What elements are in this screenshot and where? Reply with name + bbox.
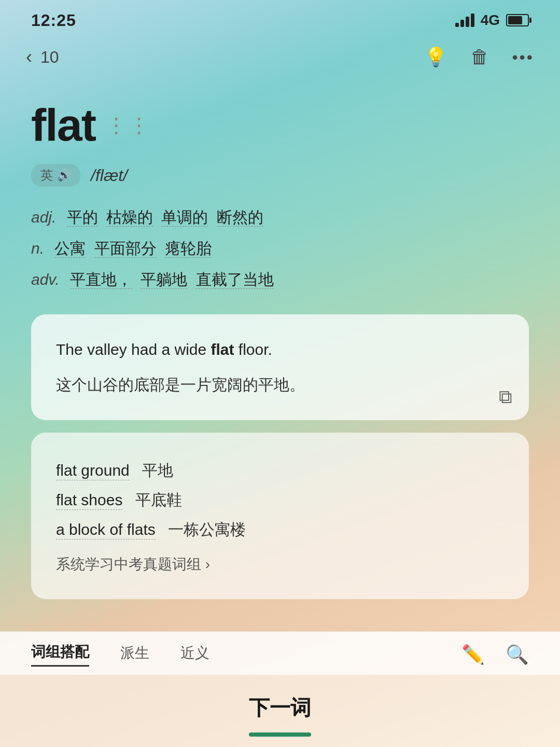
colloc-item-1: flat ground 平地 bbox=[56, 455, 504, 485]
bottom-tab-bar: 词组搭配 派生 近义 ✏️ 🔍 bbox=[0, 631, 560, 675]
colloc-en-2: flat shoes bbox=[56, 491, 122, 510]
edit-icon[interactable]: ✏️ bbox=[461, 644, 485, 666]
definitions-section: adj. 平的 枯燥的 单调的 断然的 n. 公寓 平面部分 瘪轮胎 adv. … bbox=[31, 203, 529, 294]
study-link-text: 系统学习中考真题词组 › bbox=[56, 555, 210, 574]
tab-actions: ✏️ 🔍 bbox=[461, 644, 529, 666]
back-button[interactable]: ‹ bbox=[26, 46, 32, 68]
speaker-icon: 🔊 bbox=[57, 169, 71, 182]
battery-icon bbox=[506, 14, 529, 26]
status-time: 12:25 bbox=[31, 11, 76, 30]
next-word-area: 下一词 bbox=[0, 675, 560, 747]
lightbulb-icon[interactable]: 💡 bbox=[424, 46, 447, 68]
tab-derivatives[interactable]: 派生 bbox=[120, 643, 149, 666]
colloc-en-3: a block of flats bbox=[56, 521, 156, 540]
word-title: flat bbox=[31, 99, 95, 151]
lang-badge[interactable]: 英 🔊 bbox=[31, 164, 80, 187]
word-count-label: 10 bbox=[40, 48, 59, 67]
network-label: 4G bbox=[481, 12, 500, 29]
def-n: n. 公寓 平面部分 瘪轮胎 bbox=[31, 234, 529, 262]
trash-icon[interactable]: 🗑 bbox=[470, 46, 489, 68]
colloc-item-3: a block of flats 一栋公寓楼 bbox=[56, 515, 504, 544]
example-en-suffix: floor. bbox=[234, 341, 272, 358]
status-bar: 12:25 4G bbox=[0, 0, 560, 36]
signal-icon bbox=[455, 13, 474, 27]
phonetic-text: /flæt/ bbox=[91, 166, 128, 185]
pronunciation-row: 英 🔊 /flæt/ bbox=[31, 164, 529, 187]
example-en-bold: flat bbox=[211, 341, 234, 358]
search-icon[interactable]: 🔍 bbox=[506, 644, 529, 666]
word-section: flat ⋮⋮ 英 🔊 /flæt/ adj. 平的 枯燥的 单调的 断然的 bbox=[31, 88, 529, 294]
tab-collocations[interactable]: 词组搭配 bbox=[31, 642, 89, 667]
more-icon[interactable]: ••• bbox=[512, 48, 534, 67]
example-chinese: 这个山谷的底部是一片宽阔的平地。 bbox=[56, 372, 504, 397]
example-english: The valley had a wide flat floor. bbox=[56, 337, 504, 362]
word-options-dots[interactable]: ⋮⋮ bbox=[106, 113, 151, 137]
example-en-prefix: The valley had a wide bbox=[56, 341, 211, 358]
colloc-zh-1: 平地 bbox=[142, 462, 173, 479]
nav-bar: ‹ 10 💡 🗑 ••• bbox=[0, 36, 560, 78]
next-word-button[interactable]: 下一词 bbox=[0, 694, 560, 722]
colloc-zh-3: 一栋公寓楼 bbox=[168, 521, 246, 538]
tab-group: 词组搭配 派生 近义 bbox=[31, 642, 209, 667]
study-link[interactable]: 系统学习中考真题词组 › bbox=[56, 555, 504, 574]
def-adv: adv. 平直地， 平躺地 直截了当地 bbox=[31, 266, 529, 294]
def-adj: adj. 平的 枯燥的 单调的 断然的 bbox=[31, 203, 529, 231]
colloc-item-2: flat shoes 平底鞋 bbox=[56, 485, 504, 515]
colloc-en-1: flat ground bbox=[56, 462, 130, 480]
card-action-icon[interactable]: ⧉ bbox=[499, 386, 512, 408]
example-card: The valley had a wide flat floor. 这个山谷的底… bbox=[31, 314, 529, 420]
home-indicator bbox=[249, 732, 311, 737]
main-content: flat ⋮⋮ 英 🔊 /flæt/ adj. 平的 枯燥的 单调的 断然的 bbox=[0, 78, 560, 631]
colloc-zh-2: 平底鞋 bbox=[135, 491, 182, 508]
tab-synonyms[interactable]: 近义 bbox=[180, 643, 209, 666]
collocation-card: flat ground 平地 flat shoes 平底鞋 a block of… bbox=[31, 433, 529, 599]
status-icons: 4G bbox=[455, 12, 529, 29]
lang-label: 英 bbox=[40, 167, 53, 184]
